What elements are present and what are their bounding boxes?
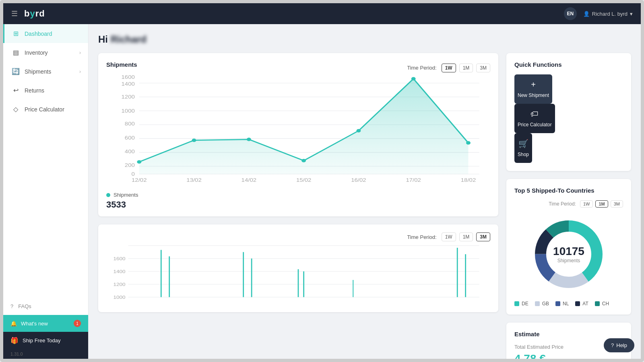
donut-count: 10175 <box>553 245 584 258</box>
sidebar-item-returns[interactable]: ↩ Returns <box>3 81 88 100</box>
nl-label: NL <box>563 301 569 306</box>
svg-point-24 <box>466 141 471 145</box>
sidebar-label-dashboard: Dashboard <box>25 31 52 37</box>
ch-label: CH <box>602 301 609 306</box>
chart2-time-btn-1m[interactable]: 1M <box>459 232 473 241</box>
svg-text:400: 400 <box>125 149 135 154</box>
svg-point-18 <box>137 160 141 164</box>
top5-time-btn-1w[interactable]: 1W <box>580 200 593 208</box>
svg-text:600: 600 <box>125 135 135 140</box>
svg-text:14/02: 14/02 <box>242 178 257 183</box>
returns-icon: ↩ <box>12 86 20 94</box>
sidebar-item-shipments[interactable]: 🔄 Shipments › <box>3 62 88 81</box>
inventory-icon: ▤ <box>12 49 20 56</box>
shop-button[interactable]: 🛒 Shop <box>514 133 532 163</box>
svg-text:15/02: 15/02 <box>296 178 312 183</box>
svg-text:13/02: 13/02 <box>186 178 202 183</box>
svg-text:0: 0 <box>132 171 135 177</box>
time-period-label: Time Period: <box>407 65 436 71</box>
ch-dot <box>595 301 600 306</box>
de-dot <box>514 301 519 306</box>
quick-functions-card: Quick Functions + New Shipment 🏷 Price C… <box>506 53 631 171</box>
price-calculator-label: Price Calculator <box>518 122 552 128</box>
dashboard-icon: ⊞ <box>12 30 20 37</box>
top-navigation: ☰ byrd EN 👤 Richard L. byrd ▾ <box>3 3 641 24</box>
chart2-time-period-controls: Time Period: 1W 1M 3M <box>407 232 490 241</box>
svg-text:1200: 1200 <box>113 282 125 287</box>
svg-point-22 <box>356 129 361 133</box>
new-shipment-button[interactable]: + New Shipment <box>514 74 552 104</box>
user-greeting-name: Richard <box>111 34 147 45</box>
time-period-controls: Time Period: 1W 1M 3M <box>407 64 490 72</box>
time-btn-1m[interactable]: 1M <box>459 64 473 72</box>
user-name-label: Richard L. byrd <box>592 11 627 17</box>
country-at: AT <box>575 301 588 306</box>
de-label: DE <box>522 301 528 306</box>
language-selector[interactable]: EN <box>564 7 577 20</box>
chart2-time-btn-3m[interactable]: 3M <box>476 232 490 241</box>
donut-chart: 10175 Shipments <box>528 214 609 294</box>
help-button[interactable]: ? Help <box>604 338 634 352</box>
chart2-time-btn-1w[interactable]: 1W <box>442 232 456 241</box>
whats-new-button[interactable]: 🔔 What's new 1 <box>3 315 88 332</box>
sidebar-item-faq[interactable]: ? FAQs <box>3 298 88 315</box>
top5-time-btn-3m[interactable]: 3M <box>611 200 623 208</box>
shop-icon: 🛒 <box>518 139 528 148</box>
svg-text:1000: 1000 <box>113 295 125 300</box>
top5-title: Top 5 Shipped-To Countries <box>514 187 623 194</box>
price-calculator-button[interactable]: 🏷 Price Calculator <box>514 104 555 133</box>
shipments-chart-svg: 0 200 400 600 800 1000 1200 1400 1600 <box>106 74 490 187</box>
legend-value: 3533 <box>106 200 490 210</box>
help-label: Help <box>616 342 627 348</box>
gb-label: GB <box>542 301 549 306</box>
donut-center: 10175 Shipments <box>553 245 584 263</box>
shipments-chart-title: Shipments <box>106 61 137 68</box>
faq-label: FAQs <box>18 303 31 309</box>
shop-label: Shop <box>518 152 529 157</box>
hamburger-menu-icon[interactable]: ☰ <box>11 9 18 18</box>
svg-text:1000: 1000 <box>122 108 135 113</box>
country-gb: GB <box>535 301 549 306</box>
svg-text:17/02: 17/02 <box>406 178 421 183</box>
shipments-icon: 🔄 <box>12 68 20 75</box>
sidebar-item-dashboard[interactable]: ⊞ Dashboard <box>3 24 88 43</box>
help-icon: ? <box>611 342 614 348</box>
sidebar: ⊞ Dashboard ▤ Inventory › 🔄 Shipments › … <box>3 24 89 359</box>
time-btn-1w[interactable]: 1W <box>442 64 456 72</box>
chevron-down-icon: ▾ <box>630 11 633 17</box>
shipments-chart-card: Shipments Time Period: 1W 1M 3M <box>98 53 498 216</box>
time-btn-3m[interactable]: 3M <box>476 64 490 72</box>
top5-time-label: Time Period: <box>549 201 576 207</box>
user-menu[interactable]: 👤 Richard L. byrd ▾ <box>583 11 633 17</box>
sidebar-item-inventory[interactable]: ▤ Inventory › <box>3 43 88 62</box>
version-info: 1.31.0 <box>3 349 88 359</box>
calculator-icon: 🏷 <box>530 109 539 119</box>
svg-point-21 <box>301 159 306 162</box>
svg-point-19 <box>192 138 196 142</box>
faq-icon: ? <box>10 303 13 309</box>
top5-countries-card: Top 5 Shipped-To Countries Time Period: … <box>506 179 631 315</box>
at-dot <box>575 301 580 306</box>
ship-free-button[interactable]: 🎁 Ship Free Today <box>3 332 88 349</box>
ship-free-label: Ship Free Today <box>23 337 60 343</box>
whats-new-label: What's new <box>21 321 48 327</box>
estimate-value: 4.78 € <box>514 352 623 359</box>
chart2-svg: 1000 1200 1400 1600 <box>106 241 490 306</box>
top5-time-controls: Time Period: 1W 1M 3M <box>514 200 623 208</box>
donut-label: Shipments <box>553 258 584 263</box>
ship-icon: 🎁 <box>10 337 19 344</box>
chevron-right-icon: › <box>79 69 81 74</box>
svg-text:1600: 1600 <box>122 74 135 80</box>
sidebar-item-price-calculator[interactable]: ◇ Price Calculator <box>3 100 88 119</box>
top5-time-btn-1m[interactable]: 1M <box>595 200 608 208</box>
legend-label: Shipments <box>114 192 138 198</box>
page-greeting: Hi Richard <box>98 34 631 45</box>
svg-text:12/02: 12/02 <box>132 178 147 183</box>
nl-dot <box>555 301 560 306</box>
price-calculator-icon: ◇ <box>12 105 20 113</box>
new-shipment-label: New Shipment <box>518 93 549 98</box>
svg-point-23 <box>411 77 416 80</box>
svg-point-20 <box>247 138 251 141</box>
user-icon: 👤 <box>583 11 590 17</box>
bell-icon: 🔔 <box>10 321 17 327</box>
